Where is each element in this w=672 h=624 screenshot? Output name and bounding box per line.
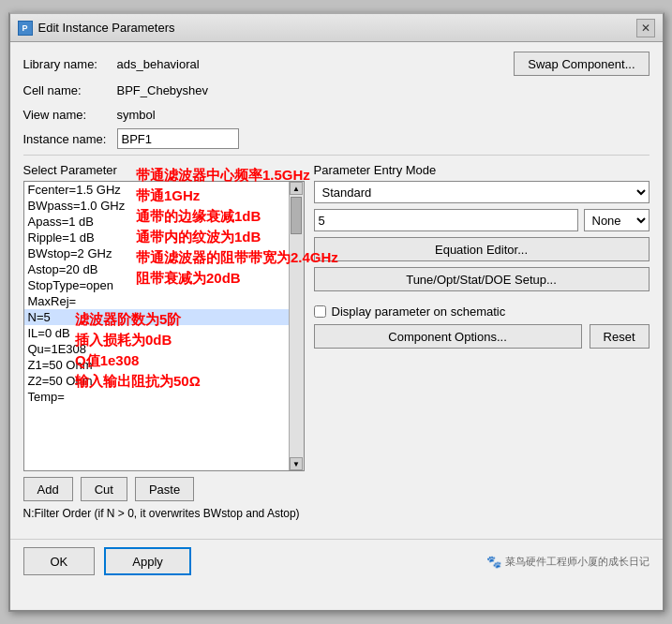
hint-text: N:Filter Order (if N > 0, it overwrites … (23, 507, 650, 522)
param-item[interactable]: N=5 (24, 309, 289, 325)
param-item[interactable]: Z1=50 Ohm (24, 357, 289, 373)
cut-button[interactable]: Cut (81, 477, 127, 501)
param-item[interactable]: BWstop=2 GHz (24, 245, 289, 261)
unit-dropdown[interactable]: None GHz MHz dB Ohm (584, 209, 650, 231)
param-entry-mode-title: Parameter Entry Mode (314, 163, 650, 177)
param-item[interactable]: Z2=50 Ohm (24, 373, 289, 389)
param-item[interactable]: Temp= (24, 389, 289, 405)
instance-label: Instance name: (23, 132, 117, 146)
param-listbox[interactable]: Fcenter=1.5 GHzBWpass=1.0 GHzApass=1 dBR… (24, 182, 289, 470)
param-listbox-container: Fcenter=1.5 GHzBWpass=1.0 GHzApass=1 dBR… (23, 181, 305, 471)
scroll-up-btn[interactable]: ▲ (290, 182, 303, 195)
ok-button[interactable]: OK (23, 547, 96, 575)
mode-dropdown-row: Standard Expression Optimization (314, 181, 650, 203)
watermark: 🐾 菜鸟硬件工程师小厦的成长日记 (486, 555, 650, 569)
select-param-title: Select Parameter (23, 163, 305, 177)
view-value: symbol (117, 108, 156, 122)
cell-label: Cell name: (23, 83, 117, 97)
left-panel: Select Parameter Fcenter=1.5 GHzBWpass=1… (23, 163, 305, 501)
title-bar-left: P Edit Instance Parameters (18, 21, 175, 36)
apply-button[interactable]: Apply (104, 547, 191, 575)
param-item[interactable]: Ripple=1 dB (24, 230, 289, 245)
title-bar: P Edit Instance Parameters ✕ (10, 14, 663, 42)
library-value: ads_behavioral (117, 57, 200, 71)
display-param-checkbox[interactable] (314, 305, 326, 318)
main-content: Library name: ads_behavioral Swap Compon… (10, 42, 663, 539)
cell-value: BPF_Chebyshev (117, 83, 209, 97)
param-item[interactable]: Qu=1E308 (24, 341, 289, 357)
window-title: Edit Instance Parameters (38, 21, 175, 35)
param-item[interactable]: StopType=open (24, 277, 289, 293)
cell-row: Cell name: BPF_Chebyshev (23, 80, 650, 100)
right-bottom-buttons: Component Options... Reset (314, 324, 650, 349)
instance-name-input[interactable] (117, 128, 239, 149)
bottom-buttons-row: Add Cut Paste (23, 477, 305, 501)
view-row: View name: symbol (23, 104, 650, 125)
view-label: View name: (23, 108, 117, 122)
component-options-button[interactable]: Component Options... (314, 324, 582, 349)
close-button[interactable]: ✕ (636, 19, 655, 37)
paste-button[interactable]: Paste (135, 477, 194, 501)
mode-dropdown[interactable]: Standard Expression Optimization (314, 181, 650, 203)
tune-opt-button[interactable]: Tune/Opt/Stat/DOE Setup... (314, 267, 650, 291)
value-row: None GHz MHz dB Ohm (314, 209, 650, 231)
main-window: P Edit Instance Parameters ✕ Library nam… (8, 12, 665, 612)
scroll-thumb[interactable] (291, 197, 302, 234)
library-label: Library name: (23, 57, 117, 71)
right-panel: Parameter Entry Mode Standard Expression… (314, 163, 650, 501)
entry-mode-section: Standard Expression Optimization None GH… (314, 181, 650, 297)
param-item[interactable]: BWpass=1.0 GHz (24, 198, 289, 214)
display-check-row: Display parameter on schematic (314, 305, 650, 319)
param-item[interactable]: Astop=20 dB (24, 261, 289, 277)
param-item[interactable]: Apass=1 dB (24, 214, 289, 230)
reset-button[interactable]: Reset (590, 324, 650, 349)
swap-component-button[interactable]: Swap Component... (514, 52, 649, 76)
scrollbar[interactable]: ▲ ▼ (289, 182, 304, 470)
param-item[interactable]: IL=0 dB (24, 325, 289, 341)
add-button[interactable]: Add (23, 477, 73, 501)
library-row: Library name: ads_behavioral Swap Compon… (23, 52, 650, 76)
scroll-down-btn[interactable]: ▼ (290, 457, 303, 470)
window-icon: P (18, 21, 33, 36)
equation-editor-button[interactable]: Equation Editor... (314, 237, 650, 261)
param-value-input[interactable] (314, 209, 578, 231)
param-item[interactable]: Fcenter=1.5 GHz (24, 182, 289, 198)
instance-row: Instance name: (23, 128, 650, 149)
footer: OK Apply 🐾 菜鸟硬件工程师小厦的成长日记 (10, 539, 663, 583)
panels-row: Select Parameter Fcenter=1.5 GHzBWpass=1… (23, 163, 650, 501)
param-item[interactable]: MaxRej= (24, 293, 289, 309)
display-param-label: Display parameter on schematic (332, 305, 506, 319)
